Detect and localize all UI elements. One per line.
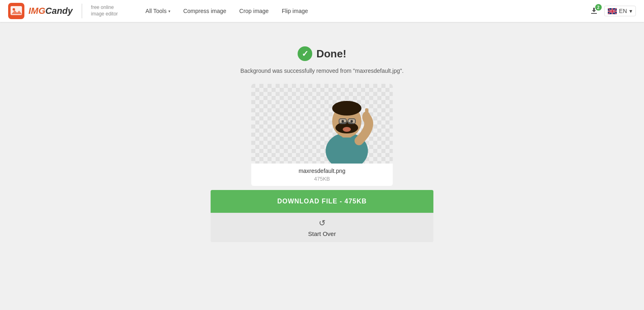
- logo-brand: IMGCandy: [28, 6, 73, 16]
- file-name: maxresdefault.png: [251, 164, 393, 176]
- image-preview-card: maxresdefault.png 475KB: [251, 84, 393, 186]
- tagline: free online image editor: [91, 4, 128, 17]
- download-button[interactable]: DOWNLOAD FILE - 475KB: [211, 190, 433, 213]
- success-message: Background was successfully removed from…: [240, 68, 403, 74]
- refresh-icon: ↺: [319, 218, 326, 228]
- start-over-label: Start Over: [308, 230, 336, 237]
- language-selector[interactable]: EN ▾: [604, 6, 636, 16]
- nav: All Tools ▾ Compress image Crop image Fl…: [140, 4, 590, 17]
- main-content: ✓ Done! Background was successfully remo…: [0, 22, 644, 258]
- nav-flip-image[interactable]: Flip image: [276, 4, 314, 17]
- lang-chevron-icon: ▾: [629, 8, 632, 14]
- header: IMGCandy free online image editor All To…: [0, 0, 644, 22]
- downloads-button[interactable]: 2: [590, 7, 598, 15]
- svg-point-17: [342, 120, 344, 122]
- download-badge: 2: [595, 4, 602, 11]
- nav-compress-image[interactable]: Compress image: [178, 4, 232, 17]
- flag-icon: [608, 8, 617, 14]
- svg-point-21: [343, 127, 351, 132]
- action-group: DOWNLOAD FILE - 475KB ↺ Start Over: [211, 190, 433, 242]
- nav-crop-image[interactable]: Crop image: [234, 4, 274, 17]
- start-over-button[interactable]: ↺ Start Over: [211, 213, 433, 242]
- logo-area: IMGCandy free online image editor: [8, 3, 128, 19]
- done-title: Done!: [316, 48, 346, 60]
- lang-label: EN: [619, 8, 627, 14]
- logo-icon: [8, 3, 24, 19]
- logo-divider: [82, 4, 82, 18]
- preview-image: [251, 84, 393, 164]
- success-icon: ✓: [298, 46, 312, 61]
- svg-point-18: [350, 120, 353, 122]
- done-row: ✓ Done!: [298, 46, 346, 61]
- image-preview-area: [251, 84, 393, 164]
- all-tools-chevron-icon: ▾: [168, 9, 170, 13]
- svg-rect-3: [591, 13, 597, 14]
- header-right: 2 EN ▾: [590, 6, 636, 16]
- nav-all-tools[interactable]: All Tools ▾: [140, 4, 176, 17]
- svg-rect-20: [365, 108, 368, 118]
- file-size: 475KB: [251, 176, 393, 186]
- svg-point-12: [332, 101, 361, 116]
